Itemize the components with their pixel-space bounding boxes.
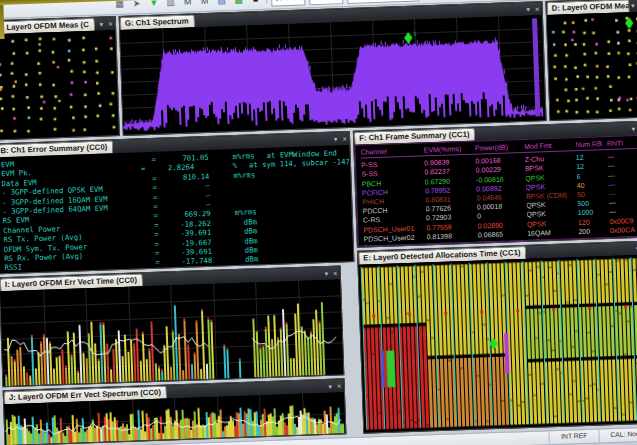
allocations-plot[interactable] bbox=[359, 255, 637, 432]
error-equals: = bbox=[149, 173, 159, 183]
error-equals: = bbox=[151, 230, 161, 240]
frame-column-header: Mod Fmt bbox=[524, 140, 576, 151]
panel-e-menu-button[interactable]: ▼ bbox=[633, 244, 637, 255]
offset-field[interactable]: 0 % bbox=[309, 0, 344, 5]
panel-a-menu-button[interactable]: ▼ bbox=[97, 19, 106, 30]
panel-b-menu-button[interactable]: ▼ bbox=[331, 134, 340, 145]
status-int-ref: INT REF bbox=[549, 429, 599, 444]
panel-err-vect-time: I: Layer0 OFDM Err Vect Time (CC0) ▼ ✕ bbox=[0, 265, 344, 387]
constellation-plot-d[interactable] bbox=[547, 12, 637, 119]
workspace: A: Layer0 OFDM Meas (C ▼ ✕ G: Ch1 Spectr… bbox=[0, 0, 637, 445]
frame-summary-table: ChannelEVM(%rms)Power(dB)Mod FmtNum.RBRN… bbox=[355, 136, 637, 247]
panel-error-summary: B: Ch1 Error Summary (CC0) ▼ ✕ EVM=701.0… bbox=[0, 131, 354, 274]
scale-field[interactable]: 50 % bbox=[271, 0, 306, 7]
frame-column-header: RNTI bbox=[607, 138, 637, 148]
panel-i-menu-button[interactable]: ▼ bbox=[322, 269, 331, 280]
error-extra bbox=[257, 226, 269, 236]
color-mode-dropdown[interactable]: Color Normal bbox=[347, 0, 419, 4]
frame-column-header: Channel bbox=[360, 145, 423, 156]
frame-column-header: EVM(%rms) bbox=[423, 144, 475, 155]
error-extra bbox=[257, 235, 269, 245]
panel-frame-summary: F: Ch1 Frame Summary (CC1) ▼ ✕ ChannelEV… bbox=[353, 121, 637, 248]
marker-green-icon[interactable]: ▼ bbox=[146, 0, 162, 11]
panel-f-menu-button[interactable]: ▼ bbox=[629, 124, 637, 135]
error-equals: = bbox=[152, 239, 162, 249]
error-extra bbox=[255, 170, 267, 180]
error-extra bbox=[258, 245, 270, 255]
status-cal: CAL: None bbox=[598, 428, 637, 443]
panel-b-close-button[interactable]: ✕ bbox=[340, 134, 349, 145]
error-value: -17.748 bbox=[162, 256, 212, 267]
grid-icon[interactable]: ▦ bbox=[112, 0, 128, 12]
error-equals: = bbox=[150, 192, 160, 202]
marker-m2-icon[interactable]: M bbox=[197, 0, 213, 9]
error-equals: = bbox=[150, 202, 160, 212]
error-equals: = bbox=[151, 211, 161, 221]
error-extra bbox=[256, 198, 268, 208]
error-unit: dBm bbox=[212, 255, 258, 266]
error-extra bbox=[256, 188, 268, 198]
panel-i-close-button[interactable]: ✕ bbox=[331, 268, 340, 279]
error-summary-readout: EVM=701.05m%rmsat EVMWindow EndEVM Pk.=2… bbox=[0, 145, 353, 273]
spectrum-plot[interactable] bbox=[120, 15, 543, 134]
err-vect-time-plot[interactable] bbox=[0, 279, 343, 386]
pointer-icon[interactable]: ➤ bbox=[129, 0, 145, 12]
frame-cell: 0.83566 bbox=[427, 240, 479, 247]
error-equals: = bbox=[152, 249, 162, 259]
thumb-blue-icon[interactable]: ▨ bbox=[214, 0, 230, 9]
thumb-dark-icon[interactable]: ■ bbox=[248, 0, 264, 7]
screenshot-root: ▦➤▼▥MM▨▩■ | 50 % 0 % Color Normal ⁞ — ▢ … bbox=[0, 0, 637, 445]
panel-err-vect-spectrum: J: Layer0 OFDM Err Vect Spectrum (CC0) ▼… bbox=[3, 378, 347, 445]
panel-g-menu-button[interactable]: ▼ bbox=[524, 5, 533, 16]
error-extra bbox=[258, 254, 270, 264]
error-equals: = bbox=[149, 155, 159, 165]
error-extra bbox=[255, 179, 267, 189]
panel-a-close-button[interactable]: ✕ bbox=[106, 19, 115, 30]
frame-column-header: Power(dB) bbox=[475, 142, 525, 153]
panel-detected-allocations: E: Layer0 Detected Allocations Time (CC1… bbox=[357, 240, 637, 433]
error-equals: = bbox=[152, 258, 162, 268]
error-equals: = bbox=[150, 183, 160, 193]
thumb-green-icon[interactable]: ▩ bbox=[231, 0, 247, 8]
vsa-application-window: ▦➤▼▥MM▨▩■ | 50 % 0 % Color Normal ⁞ — ▢ … bbox=[0, 0, 637, 445]
panel-j-menu-button[interactable]: ▼ bbox=[326, 382, 335, 393]
frame-column-header: Num.RB bbox=[575, 139, 607, 149]
toolbar-separator: | bbox=[264, 0, 269, 4]
error-equals: = bbox=[151, 220, 161, 230]
error-equals: = bbox=[138, 164, 148, 174]
marker-m1-icon[interactable]: M bbox=[180, 0, 196, 10]
panel-spectrum-g: G: Ch1 Spectrum ▼ ✕ bbox=[119, 1, 547, 136]
panel-constellation-a: A: Layer0 OFDM Meas (C ▼ ✕ bbox=[0, 16, 120, 140]
panel-j-close-button[interactable]: ✕ bbox=[335, 381, 344, 392]
error-extra bbox=[256, 207, 268, 217]
panel-g-close-button[interactable]: ✕ bbox=[533, 4, 542, 15]
split-view-icon[interactable]: ▥ bbox=[163, 0, 179, 10]
constellation-plot-a[interactable] bbox=[0, 30, 117, 138]
error-extra bbox=[257, 217, 269, 227]
panel-constellation-d: D: Layer0 OFDM Meas (CC ▼ ✕ bbox=[545, 0, 637, 121]
